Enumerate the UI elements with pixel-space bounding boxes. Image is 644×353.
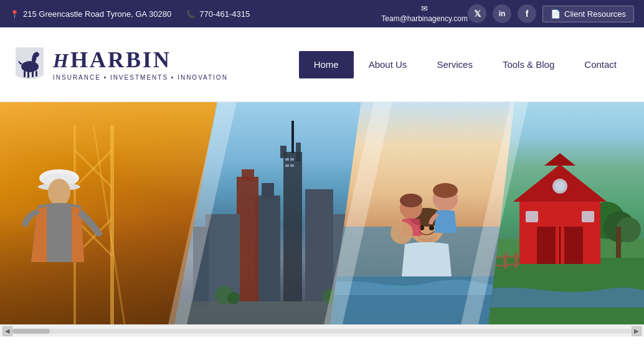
svg-rect-64: [582, 211, 594, 222]
document-icon: [551, 9, 561, 19]
address-text: 215 Greencastle Road Tyrone, GA 30280: [23, 9, 171, 19]
svg-rect-22: [285, 158, 289, 161]
logo-harbin-text: HARBIN: [70, 47, 171, 72]
phone-icon: [186, 9, 196, 19]
svg-point-50: [391, 222, 413, 244]
svg-rect-23: [290, 158, 294, 161]
svg-rect-70: [504, 253, 507, 269]
nav-home[interactable]: Home: [299, 51, 354, 78]
svg-point-0: [21, 61, 39, 72]
svg-rect-25: [290, 164, 294, 167]
svg-rect-24: [285, 164, 289, 167]
svg-point-38: [227, 292, 240, 304]
svg-rect-63: [526, 211, 538, 222]
svg-rect-20: [296, 143, 301, 161]
svg-rect-60: [537, 227, 556, 264]
top-bar: 215 Greencastle Road Tyrone, GA 30280 77…: [0, 0, 644, 27]
svg-rect-3: [27, 71, 29, 78]
svg-rect-30: [305, 189, 333, 301]
scroll-left-arrow[interactable]: ◀: [2, 326, 12, 336]
svg-rect-61: [564, 227, 583, 264]
logo-name: HHARBIN: [53, 48, 228, 73]
nav-links: Home About Us Services Tools & Blog Cont…: [247, 51, 632, 78]
svg-rect-29: [242, 169, 254, 181]
pin-icon: [10, 9, 19, 19]
svg-rect-21: [291, 121, 294, 153]
nav-contact[interactable]: Contact: [569, 51, 632, 78]
svg-rect-28: [237, 177, 258, 301]
svg-rect-2: [24, 71, 26, 77]
client-resources-link[interactable]: Client Resources: [542, 6, 634, 22]
scrollbar-area: ◀ ▶: [0, 324, 644, 337]
svg-rect-71: [514, 253, 518, 268]
svg-point-16: [48, 179, 70, 206]
email-text: Team@harbinagency.com: [381, 14, 468, 24]
svg-point-47: [433, 183, 458, 198]
top-bar-left: 215 Greencastle Road Tyrone, GA 30280 77…: [10, 9, 381, 19]
svg-rect-5: [36, 71, 37, 77]
twitter-icon: 𝕏: [474, 9, 481, 19]
svg-rect-56: [616, 227, 621, 258]
construction-worker-svg: [12, 125, 149, 324]
scrollbar-track[interactable]: [12, 329, 632, 334]
client-resources-text: Client Resources: [564, 9, 626, 19]
nav-services[interactable]: Services: [422, 51, 488, 78]
linkedin-link[interactable]: in: [493, 4, 511, 23]
facebook-icon: f: [526, 9, 529, 19]
svg-rect-4: [32, 71, 34, 77]
svg-point-49: [400, 194, 422, 207]
nav-bar: HHARBIN INSURANCE • INVESTMENTS • INNOVA…: [0, 27, 644, 102]
phone-text: 770-461-4315: [199, 9, 250, 19]
address-link[interactable]: 215 Greencastle Road Tyrone, GA 30280: [10, 9, 171, 19]
email-area: Team@harbinagency.com: [381, 4, 468, 24]
logo-area: HHARBIN INSURANCE • INVESTMENTS • INNOVA…: [12, 44, 228, 85]
phone-link[interactable]: 770-461-4315: [186, 9, 250, 19]
horse-logo: [12, 44, 47, 85]
twitter-link[interactable]: 𝕏: [468, 4, 486, 23]
nav-about[interactable]: About Us: [354, 51, 422, 78]
nav-tools-blog[interactable]: Tools & Blog: [488, 51, 569, 78]
scrollbar-thumb[interactable]: [12, 329, 50, 334]
email-icon: [421, 4, 428, 14]
top-bar-right: 𝕏 in f Client Resources: [468, 4, 634, 23]
svg-point-45: [429, 225, 434, 230]
svg-point-66: [555, 181, 565, 191]
logo-tagline: INSURANCE • INVESTMENTS • INNOVATION: [53, 74, 228, 81]
linkedin-icon: in: [499, 9, 506, 18]
svg-rect-19: [280, 146, 286, 158]
svg-rect-18: [283, 152, 302, 301]
svg-rect-26: [255, 195, 280, 301]
svg-line-8: [93, 125, 125, 324]
svg-rect-34: [193, 227, 209, 308]
svg-rect-27: [262, 183, 274, 199]
hero-section: [0, 102, 644, 324]
scroll-right-arrow[interactable]: ▶: [632, 326, 642, 336]
svg-marker-59: [544, 153, 575, 166]
logo-text-area: HHARBIN INSURANCE • INVESTMENTS • INNOVA…: [53, 48, 228, 81]
facebook-link[interactable]: f: [518, 4, 536, 23]
